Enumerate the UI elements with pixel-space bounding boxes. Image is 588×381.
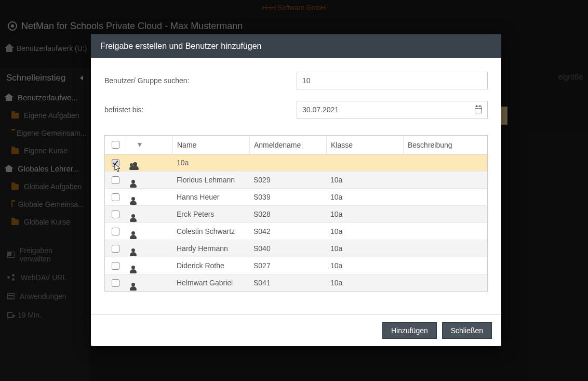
table-row[interactable]: Helmwart GabrielS04110a (105, 274, 487, 292)
search-label: Benutzer/ Gruppe suchen: (104, 76, 297, 85)
sort-arrow-icon (138, 143, 142, 147)
cell-class: 10a (326, 279, 403, 287)
cell-class: 10a (326, 227, 403, 235)
row-checkbox[interactable] (112, 193, 119, 201)
date-input[interactable] (297, 101, 470, 118)
table-row[interactable]: Floridus LehmannS02910a (105, 172, 487, 189)
cell-name: Cölestin Schwartz (172, 227, 249, 235)
cell-login: S039 (249, 193, 326, 201)
desc-column-header[interactable]: Beschreibung (403, 136, 487, 154)
cell-login: S028 (249, 210, 326, 218)
name-column-header[interactable]: Name (172, 136, 249, 154)
table-row[interactable]: Hardy HermannS04010a (105, 240, 487, 257)
select-all-header[interactable] (105, 136, 126, 154)
user-table: Name Anmeldename Klasse Beschreibung 10a… (104, 135, 488, 292)
sort-column-header[interactable] (126, 136, 172, 154)
cell-login: S040 (249, 244, 326, 253)
cell-class: 10a (326, 261, 403, 270)
cell-class: 10a (326, 176, 403, 184)
date-label: befristet bis: (104, 106, 297, 114)
row-checkbox[interactable] (112, 228, 119, 235)
table-row[interactable]: Erck PetersS02810a (105, 206, 487, 223)
row-checkbox[interactable] (112, 262, 119, 270)
add-button[interactable]: Hinzufügen (382, 322, 437, 339)
row-checkbox[interactable] (112, 159, 119, 167)
table-body[interactable]: 10aFloridus LehmannS02910aHanns HeuerS03… (105, 154, 487, 292)
table-row[interactable]: Hanns HeuerS03910a (105, 189, 487, 206)
cell-class: 10a (326, 210, 403, 218)
table-row[interactable]: Cölestin SchwartzS04210a (105, 223, 487, 240)
row-checkbox[interactable] (112, 176, 119, 184)
cell-name: Helmwart Gabriel (172, 279, 249, 287)
row-checkbox[interactable] (112, 279, 119, 287)
cell-login: S041 (249, 279, 326, 287)
select-all-checkbox[interactable] (112, 141, 119, 149)
table-row[interactable]: 10a (105, 154, 487, 172)
cell-name: Hardy Hermann (172, 244, 249, 253)
cell-login: S042 (249, 227, 326, 235)
search-input[interactable] (297, 72, 488, 89)
cell-class: 10a (326, 193, 403, 201)
cell-name: Hanns Heuer (172, 193, 249, 201)
cell-name: Floridus Lehmann (172, 176, 249, 184)
login-column-header[interactable]: Anmeldename (249, 136, 326, 154)
share-dialog: Freigabe erstellen und Benutzer hinzufüg… (91, 34, 501, 346)
cell-name: 10a (172, 159, 249, 167)
cell-class: 10a (326, 244, 403, 253)
cell-login: S027 (249, 261, 326, 270)
row-checkbox[interactable] (112, 211, 119, 218)
cell-name: Erck Peters (172, 210, 249, 218)
class-column-header[interactable]: Klasse (326, 136, 403, 154)
table-header: Name Anmeldename Klasse Beschreibung (105, 136, 487, 154)
cell-login: S029 (249, 176, 326, 184)
cell-name: Diderick Rothe (172, 261, 249, 270)
dialog-title: Freigabe erstellen und Benutzer hinzufüg… (91, 34, 501, 58)
table-row[interactable]: Diderick RotheS02710a (105, 257, 487, 274)
row-checkbox[interactable] (112, 245, 119, 253)
calendar-icon (475, 107, 482, 113)
date-picker-button[interactable] (470, 101, 487, 118)
close-button[interactable]: Schließen (442, 322, 492, 339)
